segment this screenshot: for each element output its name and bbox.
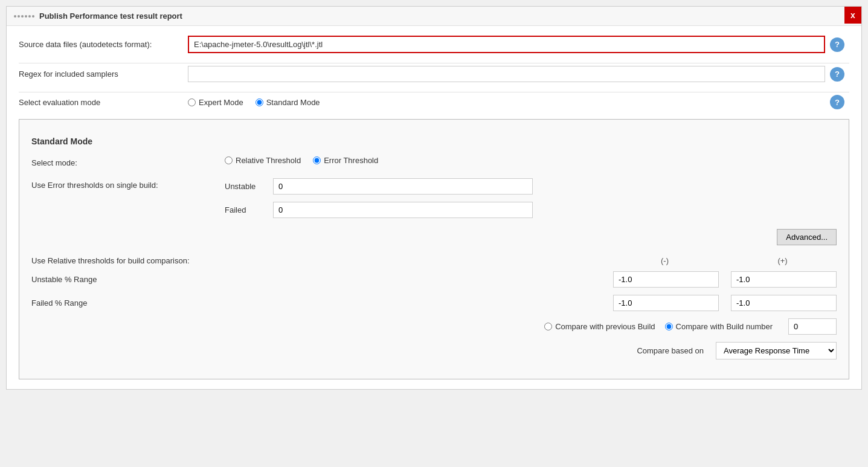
relative-header-label: Use Relative thresholds for build compar… (31, 256, 225, 265)
plus-header: (+) (730, 256, 835, 265)
compare-num-option[interactable]: Compare with Build number (665, 322, 773, 331)
source-files-row: Source data files (autodetects format): … (19, 36, 849, 53)
select-mode-content: Relative Threshold Error Threshold (225, 156, 837, 165)
compare-num-input[interactable] (788, 318, 837, 335)
failed-pct-row: Failed % Range (31, 295, 837, 311)
relative-threshold-radio[interactable] (225, 156, 233, 164)
failed-field-row: Failed (225, 202, 837, 218)
standard-mode-radio[interactable] (256, 98, 263, 106)
advanced-button[interactable]: Advanced... (777, 229, 837, 245)
compare-prev-radio[interactable] (544, 323, 552, 330)
eval-help-button[interactable]: ? (830, 95, 844, 109)
source-help-col: ? (825, 37, 849, 52)
expert-mode-label: Expert Mode (199, 98, 243, 107)
main-container: Publish Performance test result report x… (0, 6, 868, 467)
grip-dot-4 (25, 15, 27, 18)
compare-prev-label: Compare with previous Build (555, 322, 655, 331)
error-threshold-label: Error Threshold (324, 156, 378, 165)
grip-dot-2 (18, 15, 20, 18)
grip-dot-1 (14, 15, 16, 18)
divider-1 (19, 63, 849, 63)
compare-prev-option[interactable]: Compare with previous Build (544, 322, 655, 331)
advanced-row: Advanced... (31, 229, 837, 245)
based-on-row: Compare based on Average Response Time 9… (31, 342, 837, 359)
regex-help-button[interactable]: ? (830, 67, 844, 82)
panel-title: Publish Performance test result report (39, 11, 182, 21)
regex-row: Regex for included samplers ? (19, 66, 849, 82)
select-mode-radio-group: Relative Threshold Error Threshold (225, 156, 837, 165)
based-on-select[interactable]: Average Response Time 90th Percentile Me… (716, 342, 837, 359)
error-threshold-row-label: Use Error thresholds on single build: (31, 178, 225, 190)
compare-row: Compare with previous Build Compare with… (31, 318, 837, 335)
panel-grip (14, 15, 34, 18)
eval-mode-radio-group: Expert Mode Standard Mode (188, 98, 825, 107)
compare-radio-group: Compare with previous Build Compare with… (544, 318, 837, 335)
standard-mode-box: Standard Mode Select mode: Relative Thre… (19, 119, 849, 379)
regex-label: Regex for included samplers (19, 69, 188, 79)
eval-mode-label: Select evaluation mode (19, 98, 188, 107)
failed-pct-minus-input[interactable] (613, 295, 719, 311)
select-mode-row: Select mode: Relative Threshold Error Th… (31, 156, 837, 167)
relative-threshold-option[interactable]: Relative Threshold (225, 156, 301, 165)
panel: Publish Performance test result report x… (6, 6, 862, 390)
unstable-pct-row: Unstable % Range (31, 271, 837, 288)
regex-input[interactable] (188, 66, 825, 82)
source-help-button[interactable]: ? (830, 37, 844, 52)
relative-columns-header: (-) (+) (225, 256, 837, 265)
error-threshold-row: Use Error thresholds on single build: Un… (31, 178, 837, 218)
eval-help-col: ? (825, 95, 849, 109)
divider-2 (19, 92, 849, 92)
threshold-fields: Unstable Failed (225, 178, 837, 218)
regex-help-col: ? (825, 67, 849, 82)
failed-pct-inputs (225, 295, 837, 311)
compare-num-label: Compare with Build number (676, 322, 773, 331)
unstable-pct-plus-input[interactable] (731, 271, 837, 288)
select-mode-label: Select mode: (31, 156, 225, 167)
grip-dot-6 (32, 15, 34, 18)
form-area: Source data files (autodetects format): … (7, 26, 861, 389)
relative-threshold-label: Relative Threshold (236, 156, 301, 165)
unstable-label: Unstable (225, 182, 267, 191)
relative-section: Use Relative thresholds for build compar… (31, 256, 837, 359)
based-on-label: Compare based on (637, 346, 704, 355)
unstable-input[interactable] (273, 178, 533, 195)
failed-pct-plus-input[interactable] (731, 295, 837, 311)
unstable-field-row: Unstable (225, 178, 837, 195)
unstable-pct-inputs (225, 271, 837, 288)
expert-mode-option[interactable]: Expert Mode (188, 98, 243, 107)
regex-input-area (188, 66, 825, 82)
unstable-pct-label: Unstable % Range (31, 275, 225, 284)
failed-pct-label: Failed % Range (31, 298, 225, 308)
unstable-pct-minus-input[interactable] (613, 271, 719, 288)
failed-label: Failed (225, 205, 267, 214)
error-threshold-radio[interactable] (313, 156, 321, 164)
eval-mode-row: Select evaluation mode Expert Mode Stand… (19, 95, 849, 109)
expert-mode-radio[interactable] (188, 98, 196, 106)
source-input-area (188, 36, 825, 53)
standard-mode-option[interactable]: Standard Mode (256, 98, 320, 107)
failed-input[interactable] (273, 202, 533, 218)
panel-header: Publish Performance test result report x (7, 7, 861, 26)
close-button[interactable]: x (844, 7, 861, 24)
source-input[interactable] (188, 36, 825, 53)
standard-mode-title: Standard Mode (31, 137, 837, 146)
error-threshold-option[interactable]: Error Threshold (313, 156, 378, 165)
grip-dot-5 (28, 15, 31, 18)
standard-mode-label: Standard Mode (266, 98, 320, 107)
relative-header-row: Use Relative thresholds for build compar… (31, 256, 837, 265)
minus-header: (-) (612, 256, 718, 265)
grip-dot-3 (21, 15, 24, 18)
compare-num-radio[interactable] (665, 323, 673, 330)
eval-mode-radio-area: Expert Mode Standard Mode (188, 98, 825, 107)
source-label: Source data files (autodetects format): (19, 40, 188, 49)
error-threshold-content: Unstable Failed (225, 178, 837, 218)
